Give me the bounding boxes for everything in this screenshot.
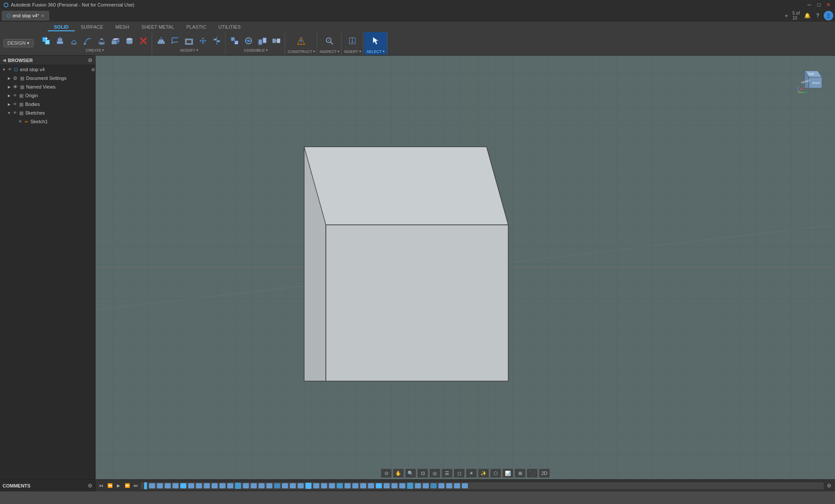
tool-delete[interactable] <box>137 34 150 47</box>
tool-assemble[interactable] <box>228 34 241 47</box>
tool-loft[interactable] <box>95 34 108 47</box>
tl-item-24[interactable] <box>337 483 343 488</box>
vp-btn-object[interactable]: ⬡ <box>490 468 501 478</box>
tl-item-27[interactable] <box>360 483 366 488</box>
tool-rigid-group[interactable] <box>270 34 283 47</box>
tool-as-built[interactable] <box>256 34 269 47</box>
tree-arrow-named-views[interactable]: ▶ <box>7 85 11 89</box>
timeline-marker[interactable] <box>144 482 147 489</box>
tree-arrow-root[interactable]: ▼ <box>2 67 6 72</box>
tree-item-named-views[interactable]: ▶ 👁 ▦ Named Views <box>0 82 95 91</box>
tl-item-18[interactable] <box>290 483 296 488</box>
tab-solid[interactable]: SOLID <box>48 23 75 31</box>
tl-item-11[interactable] <box>235 483 241 489</box>
tool-insert-main[interactable] <box>345 33 360 49</box>
tab-close-button[interactable]: ✕ <box>41 13 44 18</box>
timeline[interactable]: ⏮ ⏪ ▶ ⏩ ⏭ <box>96 479 835 491</box>
tl-item-25[interactable] <box>345 483 351 488</box>
inspect-arrow[interactable]: ▾ <box>338 49 339 53</box>
tl-item-16[interactable] <box>274 483 280 488</box>
select-arrow[interactable]: ▾ <box>383 49 384 53</box>
tl-item-3[interactable] <box>172 483 179 488</box>
timeline-settings-button[interactable]: ⚙ <box>825 481 833 490</box>
tl-item-38[interactable] <box>446 483 452 488</box>
view-cube[interactable]: TOP FRONT RIGHT X Z Y <box>796 64 826 95</box>
maximize-button[interactable]: □ <box>816 2 822 8</box>
vp-btn-analysis[interactable]: 📊 <box>502 468 514 478</box>
modify-arrow[interactable]: ▾ <box>196 48 198 52</box>
tree-item-doc-settings[interactable]: ▶ ⚙ ▦ Document Settings <box>0 74 95 82</box>
tl-item-1[interactable] <box>157 483 163 488</box>
tree-arrow-doc-settings[interactable]: ▶ <box>7 76 11 80</box>
tab-sheet-metal[interactable]: SHEET METAL <box>135 23 180 31</box>
tl-item-33[interactable] <box>407 483 413 489</box>
vp-btn-effects[interactable]: ✨ <box>478 468 489 478</box>
tl-item-4[interactable] <box>180 483 186 488</box>
tree-arrow-origin[interactable]: ▶ <box>7 93 11 98</box>
tool-press-pull[interactable] <box>155 34 168 47</box>
tool-fillet[interactable] <box>169 34 182 47</box>
tl-item-35[interactable] <box>423 483 429 488</box>
tool-box[interactable] <box>109 34 122 47</box>
vp-btn-pan[interactable]: ✋ <box>393 468 404 478</box>
vp-btn-display[interactable]: ☰ <box>441 468 453 478</box>
vp-btn-env[interactable]: ☀ <box>466 468 477 478</box>
tl-item-21[interactable] <box>313 483 319 488</box>
tl-item-32[interactable] <box>399 483 405 488</box>
vp-btn-orbit[interactable]: ⊙ <box>381 468 392 478</box>
tree-eye-sketch1[interactable]: 👁 <box>17 119 23 124</box>
tl-item-30[interactable] <box>384 483 390 488</box>
tree-arrow-bodies[interactable]: ▶ <box>7 102 11 106</box>
tab-surface[interactable]: SURFACE <box>75 23 109 31</box>
tl-item-2[interactable] <box>165 483 171 488</box>
tl-rewind-button[interactable]: ⏮ <box>97 482 105 490</box>
tl-item-8[interactable] <box>212 483 218 488</box>
tl-item-6[interactable] <box>196 483 202 488</box>
tl-item-19[interactable] <box>298 483 304 488</box>
tool-cylinder[interactable] <box>123 34 136 47</box>
tl-play-button[interactable]: ▶ <box>115 482 123 490</box>
tl-item-34[interactable] <box>415 483 421 488</box>
comments-settings-icon[interactable]: ⚙ <box>88 483 93 489</box>
tree-eye-bodies[interactable]: 👁 <box>12 102 17 107</box>
tl-item-9[interactable] <box>219 483 225 488</box>
tab-utilities[interactable]: UTILITIES <box>212 23 247 31</box>
tab-mesh[interactable]: MESH <box>109 23 136 31</box>
insert-arrow[interactable]: ▾ <box>359 49 361 53</box>
tool-extrude[interactable] <box>53 34 66 47</box>
tree-eye-sketches[interactable]: 👁 <box>12 110 17 115</box>
vp-btn-visual[interactable]: ◻ <box>454 468 465 478</box>
tl-forward-button[interactable]: ⏭ <box>132 482 140 490</box>
tl-item-14[interactable] <box>258 483 265 488</box>
tl-item-31[interactable] <box>391 483 398 488</box>
tree-eye-root[interactable]: 👁 <box>7 67 12 72</box>
minimize-button[interactable]: ─ <box>806 2 812 8</box>
design-button[interactable]: DESIGN ▾ <box>3 39 33 47</box>
tl-item-26[interactable] <box>352 483 358 488</box>
close-button[interactable]: ✕ <box>825 2 832 8</box>
tl-item-15[interactable] <box>266 483 272 488</box>
construct-arrow[interactable]: ▾ <box>313 49 315 53</box>
tl-item-37[interactable] <box>438 483 444 488</box>
viewport[interactable]: TOP FRONT RIGHT X Z Y ⊙ ✋ 🔍 ⊡ ◎ ☰ ◻ ☀ ✨ <box>96 56 835 479</box>
tl-item-36[interactable] <box>431 483 437 488</box>
tl-item-5[interactable] <box>188 483 194 488</box>
tl-item-13[interactable] <box>251 483 257 488</box>
vp-btn-grid[interactable]: ⊞ <box>514 468 526 478</box>
vp-btn-2d[interactable]: 2D <box>539 468 550 478</box>
tree-eye-origin[interactable]: 👁 <box>12 93 17 98</box>
tool-inspect-main[interactable] <box>321 33 337 49</box>
tl-prev-button[interactable]: ⏪ <box>106 482 114 490</box>
tree-arrow-sketches[interactable]: ▼ <box>7 111 11 115</box>
tl-item-28[interactable] <box>368 483 374 488</box>
tool-move[interactable] <box>196 34 209 47</box>
vp-btn-looat[interactable]: ◎ <box>429 468 441 478</box>
tool-new-component[interactable] <box>40 34 53 47</box>
tl-item-20[interactable] <box>305 483 311 489</box>
tool-revolve[interactable] <box>67 34 80 47</box>
tool-select-main[interactable] <box>368 33 383 49</box>
tl-item-7[interactable] <box>204 483 210 488</box>
tree-item-sketch1[interactable]: ▶ 👁 ✏ Sketch1 <box>0 117 95 126</box>
tree-item-root[interactable]: ▼ 👁 ⬡ end stop v4 ⚙ <box>0 65 95 74</box>
browser-settings-icon[interactable]: ⚙ <box>88 57 93 63</box>
